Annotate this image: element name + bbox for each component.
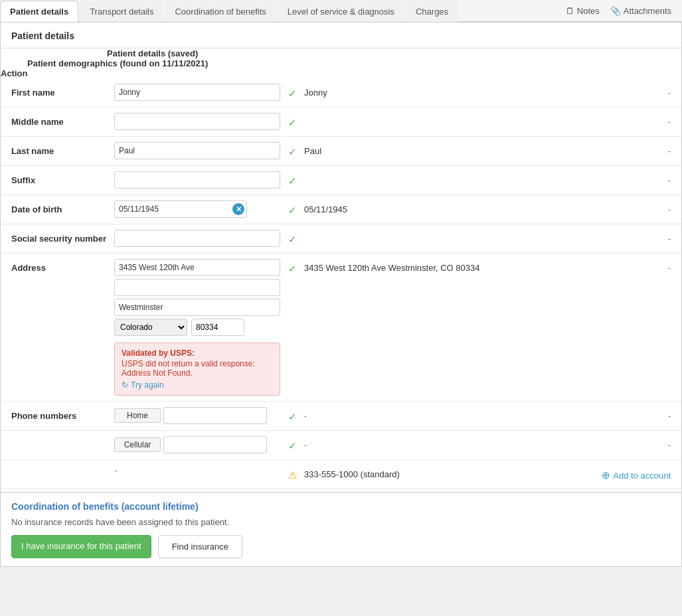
phone-type-cellular: Cellular bbox=[114, 437, 161, 452]
field-row-address: Address Colorado AlabamaAlaskaArizona Va… bbox=[1, 254, 681, 402]
demo-phone-cellular: - bbox=[304, 436, 571, 450]
checkmark-icon: ✓ bbox=[288, 234, 297, 246]
check-ssn: ✓ bbox=[280, 230, 304, 246]
demo-phone-extra: 333-555-1000 (standard) bbox=[304, 465, 571, 479]
input-dob[interactable] bbox=[114, 200, 247, 218]
input-wrap-lastname bbox=[114, 142, 280, 159]
usps-title: Validated by USPS: bbox=[122, 348, 273, 358]
find-insurance-button[interactable]: Find insurance bbox=[158, 535, 242, 558]
column-headers: Patient details (saved) Patient demograp… bbox=[1, 48, 681, 78]
action-phone-cellular: - bbox=[571, 436, 671, 450]
tab-actions: 🗒 Notes 📎 Attachments bbox=[555, 0, 682, 21]
input-address-state[interactable]: Colorado AlabamaAlaskaArizona bbox=[114, 319, 187, 336]
check-phone-home: ✓ bbox=[280, 407, 304, 423]
input-wrap-phone-extra: - bbox=[114, 465, 280, 475]
input-suffix[interactable] bbox=[114, 171, 280, 189]
input-address-zip[interactable] bbox=[191, 319, 244, 336]
check-middlename: ✓ bbox=[280, 113, 304, 129]
input-lastname[interactable] bbox=[114, 142, 280, 159]
attachments-label: Attachments bbox=[624, 6, 671, 16]
insurance-button[interactable]: I have insurance for this patient bbox=[11, 535, 151, 558]
header-saved: Patient details (saved) bbox=[107, 48, 280, 58]
action-lastname: - bbox=[571, 142, 671, 156]
tabs-bar: Patient details Transport details Coordi… bbox=[0, 0, 682, 22]
demo-address: 3435 West 120th Ave Westminster, CO 8033… bbox=[304, 259, 571, 273]
demo-dob: 05/11/1945 bbox=[304, 200, 571, 214]
input-wrap-middlename bbox=[114, 113, 280, 130]
page-content: Patient details Patient details (saved) … bbox=[0, 22, 682, 567]
demo-firstname: Jonny bbox=[304, 84, 571, 98]
cob-buttons: I have insurance for this patient Find i… bbox=[11, 535, 671, 558]
refresh-icon: ↻ bbox=[122, 380, 128, 390]
cob-message: No insurance records have been assigned … bbox=[11, 517, 671, 527]
input-address-city[interactable] bbox=[114, 299, 280, 316]
tab-charges[interactable]: Charges bbox=[406, 1, 458, 22]
usps-message: USPS did not return a valid response: Ad… bbox=[122, 359, 273, 378]
cob-title: Coordination of benefits (account lifeti… bbox=[11, 501, 671, 512]
input-phone-home[interactable] bbox=[163, 407, 267, 424]
input-middlename[interactable] bbox=[114, 113, 280, 130]
demo-lastname: Paul bbox=[304, 142, 571, 156]
input-wrap-phone-cellular: Cellular bbox=[114, 436, 280, 453]
phone-type-home: Home bbox=[114, 408, 161, 423]
label-lastname: Last name bbox=[11, 142, 114, 156]
tab-coordination-of-benefits[interactable]: Coordination of benefits bbox=[165, 1, 276, 22]
demo-phone-home: - bbox=[304, 407, 571, 421]
input-wrap-dob: ✕ bbox=[114, 200, 280, 218]
input-firstname[interactable] bbox=[114, 84, 280, 101]
checkmark-icon: ✓ bbox=[288, 204, 297, 216]
add-to-account-button[interactable]: Add to account bbox=[613, 471, 671, 481]
checkmark-icon: ✓ bbox=[288, 175, 297, 187]
field-row-phone-home: Phone numbers Home ✓ - - bbox=[1, 402, 681, 431]
label-phone-cellular bbox=[11, 436, 114, 440]
input-ssn[interactable] bbox=[114, 230, 280, 247]
demo-suffix bbox=[304, 171, 571, 175]
checkmark-icon: ✓ bbox=[288, 440, 297, 452]
field-row-lastname: Last name ✓ Paul - bbox=[1, 137, 681, 166]
plus-icon: ⊕ bbox=[602, 469, 613, 481]
usps-validation-box: Validated by USPS: USPS did not return a… bbox=[114, 343, 280, 396]
checkmark-icon: ✓ bbox=[288, 263, 297, 275]
field-row-dob: Date of birth ✕ ✓ 05/11/1945 - bbox=[1, 195, 681, 224]
label-suffix: Suffix bbox=[11, 171, 114, 185]
label-dob: Date of birth bbox=[11, 200, 114, 214]
attachments-button[interactable]: 📎 Attachments bbox=[606, 3, 675, 19]
input-wrap-ssn bbox=[114, 230, 280, 247]
header-demo: Patient demographics (found on 11/11/202… bbox=[27, 58, 681, 68]
warning-icon: ⚠ bbox=[288, 469, 297, 481]
check-dob: ✓ bbox=[280, 200, 304, 216]
tab-patient-details[interactable]: Patient details bbox=[0, 1, 78, 22]
notes-label: Notes bbox=[577, 6, 600, 16]
label-address: Address bbox=[11, 259, 114, 273]
field-row-phone-extra: - ⚠ 333-555-1000 (standard) ⊕ Add to acc… bbox=[1, 460, 681, 489]
attachments-icon: 📎 bbox=[610, 6, 621, 16]
cob-section: Coordination of benefits (account lifeti… bbox=[1, 492, 681, 566]
phone-dash: - bbox=[114, 465, 117, 475]
notes-button[interactable]: 🗒 Notes bbox=[562, 3, 604, 19]
clear-date-button[interactable]: ✕ bbox=[232, 203, 244, 215]
check-lastname: ✓ bbox=[280, 142, 304, 158]
input-address-line2[interactable] bbox=[114, 279, 280, 296]
notes-icon: 🗒 bbox=[566, 6, 574, 16]
input-wrap-phone-home: Home bbox=[114, 407, 280, 424]
checkmark-icon: ✓ bbox=[288, 411, 297, 423]
action-ssn: - bbox=[571, 230, 671, 244]
check-firstname: ✓ bbox=[280, 84, 304, 100]
section-title: Patient details bbox=[1, 23, 681, 48]
tab-level-of-service[interactable]: Level of service & diagnosis bbox=[278, 1, 404, 22]
try-again-label: Try again bbox=[131, 380, 164, 390]
field-row-phone-cellular: Cellular ✓ - - bbox=[1, 431, 681, 460]
demo-middlename bbox=[304, 113, 571, 117]
action-phone-home: - bbox=[571, 407, 671, 421]
check-phone-extra: ⚠ bbox=[280, 465, 304, 481]
check-suffix: ✓ bbox=[280, 171, 304, 187]
input-phone-cellular[interactable] bbox=[163, 436, 267, 453]
field-row-ssn: Social security number ✓ - bbox=[1, 224, 681, 254]
tab-transport-details[interactable]: Transport details bbox=[80, 1, 163, 22]
checkmark-icon: ✓ bbox=[288, 88, 297, 100]
input-address-line1[interactable] bbox=[114, 259, 280, 276]
action-phone-extra: ⊕ Add to account bbox=[571, 465, 671, 481]
field-row-firstname: First name ✓ Jonny - bbox=[1, 78, 681, 108]
usps-try-again-button[interactable]: ↻ Try again bbox=[122, 380, 273, 390]
action-firstname: - bbox=[571, 84, 671, 98]
